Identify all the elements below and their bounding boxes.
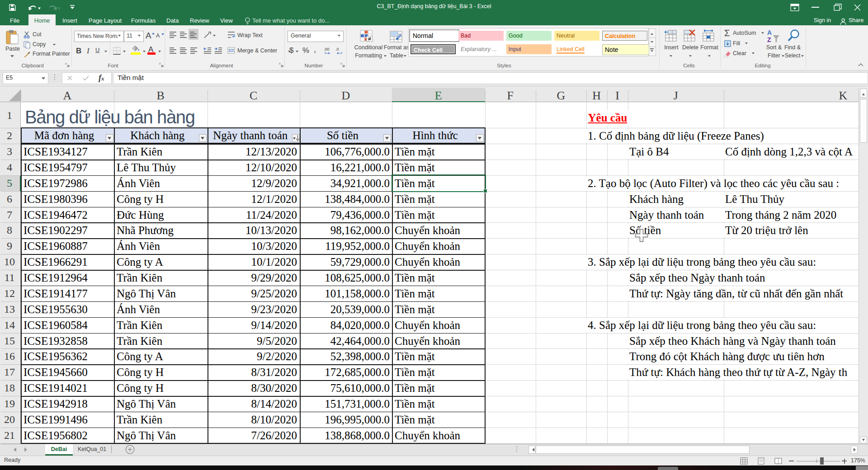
svg-text:.00: .00 — [324, 47, 330, 52]
svg-text:A: A — [767, 29, 772, 36]
svg-text:.0: .0 — [335, 47, 339, 52]
svg-text:Z: Z — [767, 36, 771, 43]
